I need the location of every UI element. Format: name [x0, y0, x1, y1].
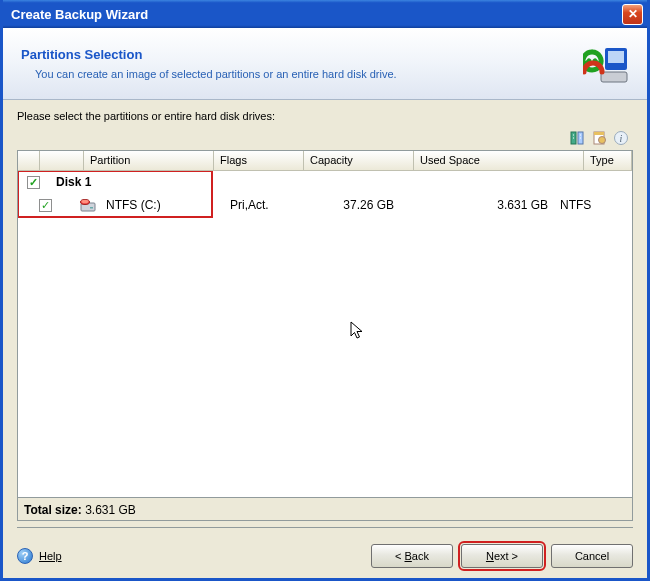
partition-checkbox[interactable]: ✓ [39, 199, 52, 212]
wizard-backup-icon [583, 42, 629, 86]
instruction-text: Please select the partitions or entire h… [17, 110, 633, 122]
partition-flags: Pri,Act. [224, 198, 314, 212]
svg-point-7 [599, 137, 606, 144]
wizard-header: Partitions Selection You can create an i… [3, 28, 647, 100]
titlebar[interactable]: Create Backup Wizard ✕ [3, 0, 647, 28]
col-icon[interactable] [40, 151, 84, 170]
col-type[interactable]: Type [584, 151, 632, 170]
check-icon: ✓ [29, 177, 38, 188]
info-icon[interactable]: i [613, 130, 629, 146]
svg-rect-1 [608, 51, 624, 63]
partition-name: NTFS (C:) [100, 198, 224, 212]
disk-checkbox[interactable]: ✓ [27, 176, 40, 189]
svg-rect-6 [594, 132, 604, 135]
close-button[interactable]: ✕ [622, 4, 643, 25]
help-link[interactable]: ? Help [17, 548, 62, 564]
disk-label: Disk 1 [44, 175, 97, 189]
grid-header-row: Partition Flags Capacity Used Space Type [18, 151, 632, 171]
total-label: Total size: [24, 503, 82, 517]
col-capacity[interactable]: Capacity [304, 151, 414, 170]
col-partition[interactable]: Partition [84, 151, 214, 170]
col-check[interactable] [18, 151, 40, 170]
partition-grid: Partition Flags Capacity Used Space Type… [17, 150, 633, 521]
col-flags[interactable]: Flags [214, 151, 304, 170]
help-icon: ? [17, 548, 33, 564]
close-icon: ✕ [628, 8, 638, 20]
partition-used: 3.631 GB [424, 198, 554, 212]
partition-capacity: 37.26 GB [314, 198, 424, 212]
partition-row[interactable]: ✓ NTFS (C:) Pri,Act. [18, 193, 632, 217]
svg-text:i: i [620, 133, 623, 144]
properties-icon[interactable] [591, 130, 607, 146]
cursor-icon [350, 321, 366, 343]
help-label: Help [39, 550, 62, 562]
svg-point-13 [82, 200, 89, 204]
button-bar: ? Help < Back Next > Cancel [3, 534, 647, 578]
total-value: 3.631 GB [85, 503, 136, 517]
grid-toolbar: i [17, 128, 633, 150]
drive-icon [80, 198, 96, 212]
next-button[interactable]: Next > [461, 544, 543, 568]
disk-row[interactable]: ✓ Disk 1 [18, 171, 632, 193]
svg-rect-2 [601, 72, 627, 82]
back-button[interactable]: < Back [371, 544, 453, 568]
page-title: Partitions Selection [21, 47, 583, 62]
partition-type: NTFS [554, 198, 597, 212]
window-title: Create Backup Wizard [11, 7, 622, 22]
total-size-row: Total size: 3.631 GB [18, 497, 632, 520]
column-settings-icon[interactable] [569, 130, 585, 146]
page-subtitle: You can create an image of selected part… [35, 68, 583, 80]
svg-rect-11 [90, 207, 93, 209]
check-icon: ✓ [41, 200, 50, 211]
cancel-button[interactable]: Cancel [551, 544, 633, 568]
col-used[interactable]: Used Space [414, 151, 584, 170]
